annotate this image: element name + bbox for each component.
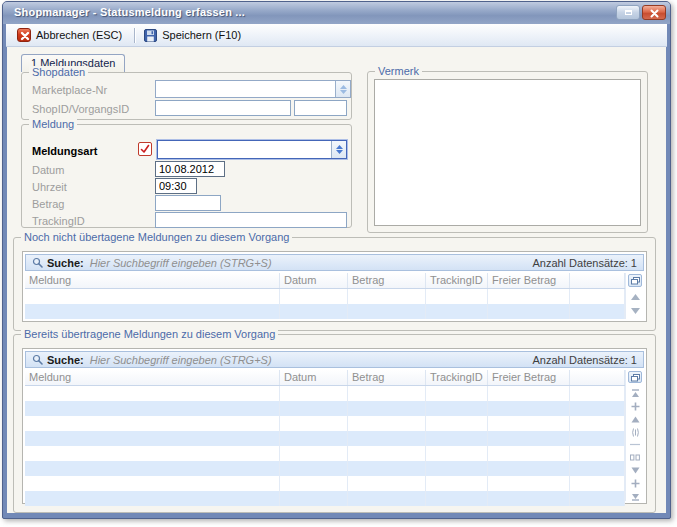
betrag-input[interactable] — [155, 195, 221, 211]
column-header-meldung[interactable]: Meldung — [25, 370, 280, 385]
transferred-grid-header: Meldung Datum Betrag TrackingID Freier B… — [25, 370, 625, 386]
table-cell — [25, 416, 280, 431]
transferred-search-bar[interactable]: Suche: Hier Suchbegriff eingeben (STRG+S… — [25, 351, 644, 368]
table-cell — [348, 446, 426, 461]
table-cell — [280, 304, 348, 319]
table-cell — [280, 386, 348, 401]
save-button[interactable]: Speichern (F10) — [140, 27, 248, 44]
table-cell — [348, 461, 426, 476]
vermerk-textarea[interactable] — [374, 79, 641, 226]
shopid-label: ShopID/VorgangsID — [32, 103, 129, 115]
column-header-meldung[interactable]: Meldung — [25, 273, 280, 288]
nav-next-icon[interactable] — [630, 466, 640, 475]
nav-post-icon[interactable] — [630, 453, 640, 462]
trackingid-label: TrackingID — [32, 215, 85, 227]
meldungsart-combobox[interactable] — [157, 140, 347, 159]
uhrzeit-input[interactable] — [155, 178, 197, 194]
datum-label: Datum — [32, 164, 64, 176]
app-window: Shopmanager - Statusmeldung erfassen ...… — [2, 1, 671, 519]
table-row[interactable] — [25, 386, 625, 401]
column-header-trackingid[interactable]: TrackingID — [426, 273, 488, 288]
table-cell — [348, 491, 426, 506]
column-header-filler — [570, 370, 625, 385]
table-cell — [488, 461, 570, 476]
nav-edit-icon[interactable] — [630, 428, 640, 437]
nav-prior-icon[interactable] — [630, 415, 640, 424]
group-transferred-title: Bereits übertragene Meldungen zu diesem … — [21, 328, 278, 341]
search-label: Suche: — [47, 257, 84, 269]
column-header-datum[interactable]: Datum — [280, 370, 348, 385]
nav-last-icon[interactable] — [630, 492, 640, 501]
scroll-down-icon[interactable] — [630, 306, 640, 316]
table-row[interactable] — [25, 476, 625, 491]
group-pending-meldungen: Noch nicht übertagene Meldungen zu diese… — [13, 237, 656, 331]
nav-first-icon[interactable] — [630, 389, 640, 398]
table-cell — [348, 401, 426, 416]
marketplace-dropdown-icon[interactable] — [335, 81, 350, 97]
pending-grid-container: Suche: Hier Suchbegriff eingeben (STRG+S… — [22, 251, 647, 322]
transferred-grid-container: Suche: Hier Suchbegriff eingeben (STRG+S… — [22, 348, 647, 504]
table-cell — [488, 401, 570, 416]
table-cell — [426, 304, 488, 319]
nav-insert-icon[interactable] — [630, 402, 640, 411]
save-icon — [144, 29, 157, 42]
column-chooser-icon[interactable] — [628, 274, 642, 287]
uhrzeit-label: Uhrzeit — [32, 181, 67, 193]
table-cell — [426, 386, 488, 401]
column-chooser-icon[interactable] — [628, 371, 642, 383]
transferred-grid: Meldung Datum Betrag TrackingID Freier B… — [25, 370, 626, 501]
table-cell — [570, 431, 625, 446]
table-row[interactable] — [25, 289, 625, 304]
marketplace-label: Marketplace-Nr — [32, 84, 107, 96]
table-cell — [488, 289, 570, 304]
meldungsart-dropdown-icon[interactable] — [331, 141, 346, 158]
table-row[interactable] — [25, 461, 625, 476]
table-row[interactable] — [25, 491, 625, 506]
column-header-freier-betrag[interactable]: Freier Betrag — [488, 273, 570, 288]
datum-input[interactable] — [155, 161, 225, 177]
search-icon — [32, 257, 43, 268]
table-cell — [280, 491, 348, 506]
nav-append-icon[interactable] — [630, 479, 640, 488]
table-cell — [488, 416, 570, 431]
column-header-freier-betrag[interactable]: Freier Betrag — [488, 370, 570, 385]
table-cell — [280, 289, 348, 304]
column-header-betrag[interactable]: Betrag — [348, 273, 426, 288]
close-icon — [650, 9, 659, 18]
scroll-up-icon[interactable] — [630, 292, 640, 302]
vorgangsid-input[interactable] — [294, 100, 347, 116]
transferred-grid-strip — [626, 370, 644, 501]
table-cell — [488, 446, 570, 461]
search-icon — [32, 354, 43, 365]
cancel-button[interactable]: Abbrechen (ESC) — [13, 26, 129, 44]
title-bar[interactable]: Shopmanager - Statusmeldung erfassen ... — [3, 2, 670, 24]
trackingid-input[interactable] — [155, 212, 347, 228]
table-row[interactable] — [25, 416, 625, 431]
table-row[interactable] — [25, 446, 625, 461]
shopid-input[interactable] — [155, 100, 291, 116]
group-meldung-title: Meldung — [29, 118, 77, 131]
meldungsart-label: Meldungsart — [32, 145, 97, 157]
pending-grid-strip — [626, 273, 644, 319]
column-header-datum[interactable]: Datum — [280, 273, 348, 288]
column-header-betrag[interactable]: Betrag — [348, 370, 426, 385]
table-row[interactable] — [25, 401, 625, 416]
table-cell — [25, 476, 280, 491]
table-cell — [426, 446, 488, 461]
table-cell — [25, 401, 280, 416]
table-row[interactable] — [25, 431, 625, 446]
table-cell — [488, 491, 570, 506]
close-button[interactable] — [642, 5, 666, 20]
table-row[interactable] — [25, 304, 625, 319]
table-cell — [488, 386, 570, 401]
marketplace-combobox[interactable] — [155, 80, 351, 98]
toolbar: Abbrechen (ESC) Speichern (F10) — [6, 24, 667, 47]
client-area: 1 Meldungsdaten Shopdaten Marketplace-Nr… — [7, 47, 666, 513]
pending-search-bar[interactable]: Suche: Hier Suchbegriff eingeben (STRG+S… — [25, 254, 644, 271]
table-cell — [25, 491, 280, 506]
table-cell — [280, 461, 348, 476]
column-header-trackingid[interactable]: TrackingID — [426, 370, 488, 385]
maximize-button[interactable] — [616, 5, 640, 20]
required-check-icon — [138, 142, 152, 156]
table-cell — [426, 401, 488, 416]
